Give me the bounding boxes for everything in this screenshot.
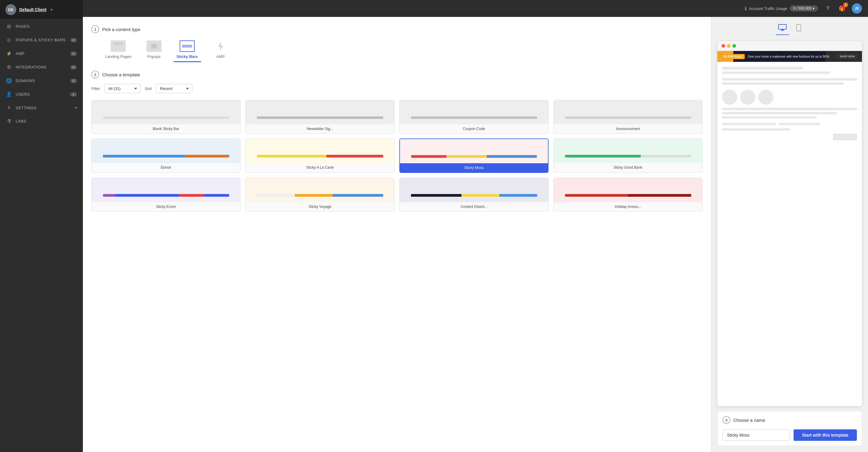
gift-badge: 5 [843,2,848,7]
template-blank-sticky-bar[interactable]: Blank Sticky Bar [91,100,241,134]
page-skeleton [717,62,862,145]
sticky-bar-text: Give your home a makeover with new furni… [748,55,834,58]
left-panel: 1 Pick a content type Landing Pages [83,17,711,452]
settings-icon: ≡ [6,105,12,110]
skel-line-1 [722,67,803,70]
skel-row-2 [722,123,857,125]
sidebar-item-pages[interactable]: ⊞ PAGES [0,20,83,33]
skel-circle-2 [740,90,755,105]
shop-now-btn: SHOP NOW [837,54,858,59]
step3-circle: 3 [722,416,730,424]
integrations-icon: ⚙ [6,64,12,70]
skel-spacer [776,90,857,105]
svg-rect-10 [781,30,784,30]
start-with-template-button[interactable]: Start with this template [794,429,857,441]
svg-rect-9 [778,24,786,29]
svg-point-13 [798,30,799,30]
template-thumb-sticky-a-la-carte [246,139,394,163]
template-ebook[interactable]: Ebook [91,139,241,173]
step1-circle: 1 [91,25,99,33]
sidebar-item-integrations[interactable]: ⚙ INTEGRATIONS 0 [0,60,83,74]
template-name-input[interactable] [722,429,790,441]
skel-line-4 [722,82,844,85]
help-button[interactable]: ? [823,4,832,13]
tab-popups[interactable]: Popups [144,38,164,62]
gifts-wrap: 🎁 5 [837,4,847,13]
domains-badge: 0 [70,79,77,83]
template-label-sticky-voyage: Sticky Voyage [246,202,394,211]
template-sticky-good-bank[interactable]: Sticky Good Bank [553,139,703,173]
user-avatar[interactable]: JE [852,3,862,13]
sidebar-item-domains[interactable]: 🌐 DOMAINS 0 [0,74,83,87]
landing-pages-icon [111,40,126,52]
desktop-device-btn[interactable] [776,23,789,35]
skel-card-row-1 [722,90,857,105]
template-label-blank: Blank Sticky Bar [92,124,240,133]
template-thumb-ebook [92,139,240,163]
svg-rect-4 [152,45,156,46]
client-name[interactable]: Default Client [19,7,46,12]
skel-circle-3 [758,90,773,105]
template-announcement[interactable]: Announcement [553,100,703,134]
template-label-content-downl: Content Downl... [400,202,548,211]
browser-dot-yellow [727,44,731,48]
svg-marker-8 [218,41,223,51]
step1-header: 1 Pick a content type [91,25,703,33]
template-sticky-voyage[interactable]: Sticky Voyage [245,178,395,211]
tab-landing-pages[interactable]: Landing Pages [102,38,134,62]
filter-select[interactable]: All (31) [104,84,141,93]
template-label-sticky-ecom: Sticky Ecom [92,202,240,211]
sidebar-item-amp[interactable]: ⚡ AMP 0 [0,47,83,60]
sort-select[interactable]: Recent [156,84,192,93]
traffic-dropdown-icon[interactable]: ▾ [812,6,814,10]
template-content-downl[interactable]: Content Downl... [399,178,549,211]
pages-icon: ⊞ [6,24,12,29]
sidebar-header: DE Default Client ▾ [0,0,83,20]
client-dropdown-icon[interactable]: ▾ [51,7,53,12]
landing-pages-label: Landing Pages [105,54,131,59]
step1-label: Pick a content type [102,27,141,32]
traffic-info: ℹ Account Traffic Usage 0 / 500,000 ▾ [745,5,818,11]
sidebar: DE Default Client ▾ ⊞ PAGES ⊙ POPUPS & S… [0,0,83,452]
popups-icon: ⊙ [6,37,12,43]
template-newsletter-sig[interactable]: Newsletter Sig... [245,100,395,134]
template-sticky-a-la-carte[interactable]: Sticky A La Carte [245,139,395,173]
domains-icon: 🌐 [6,78,12,84]
sticky-bar-preview: FLASH SALE Give your home a makeover wit… [717,51,862,62]
flash-sale-badge: FLASH SALE [721,54,745,59]
template-holiday-annou[interactable]: Holiday Annou... [553,178,703,211]
tab-sticky-bars[interactable]: Sticky Bars [174,38,201,62]
template-sticky-moss[interactable]: Sticky Moss [399,139,549,173]
top-bar: ℹ Account Traffic Usage 0 / 500,000 ▾ ? … [83,0,868,17]
skel-line-6 [722,112,837,114]
template-coupon-code[interactable]: Coupon Code [399,100,549,134]
device-toggle [717,23,862,35]
step3-panel: 3 Choose a name Start with this template [717,411,862,446]
sidebar-item-labs[interactable]: ⚗ LABS [0,114,83,128]
browser-dot-red [721,44,725,48]
popups-type-icon [147,40,161,52]
template-thumb-coupon [400,100,548,124]
template-label-sticky-moss: Sticky Moss [400,163,548,172]
svg-rect-5 [152,46,156,47]
skel-line-2 [722,72,830,74]
sidebar-item-popups[interactable]: ⊙ POPUPS & STICKY BARS 0 [0,33,83,47]
mobile-device-btn[interactable] [794,23,804,35]
sidebar-nav: ⊞ PAGES ⊙ POPUPS & STICKY BARS 0 ⚡ AMP 0… [0,20,83,128]
template-sticky-ecom[interactable]: Sticky Ecom [91,178,241,211]
client-avatar: DE [5,4,16,15]
sidebar-item-users[interactable]: 👤 USERS 1 [0,87,83,101]
template-label-newsletter: Newsletter Sig... [246,124,394,133]
traffic-label: Account Traffic Usage [749,6,787,11]
browser-toolbar [717,41,862,51]
filter-row: Filter All (31) Sort Recent [91,84,703,93]
sidebar-item-settings[interactable]: ≡ SETTINGS ▾ [0,101,83,114]
skel-btn [833,134,857,140]
browser-dot-green [733,44,736,48]
step3-header: 3 Choose a name [722,416,857,424]
step3-label: Choose a name [733,418,765,423]
template-thumb-sticky-moss [400,139,548,163]
skel-btn-row [722,134,857,140]
template-label-holiday: Holiday Annou... [554,202,702,211]
tab-amp[interactable]: AMP [210,38,231,62]
